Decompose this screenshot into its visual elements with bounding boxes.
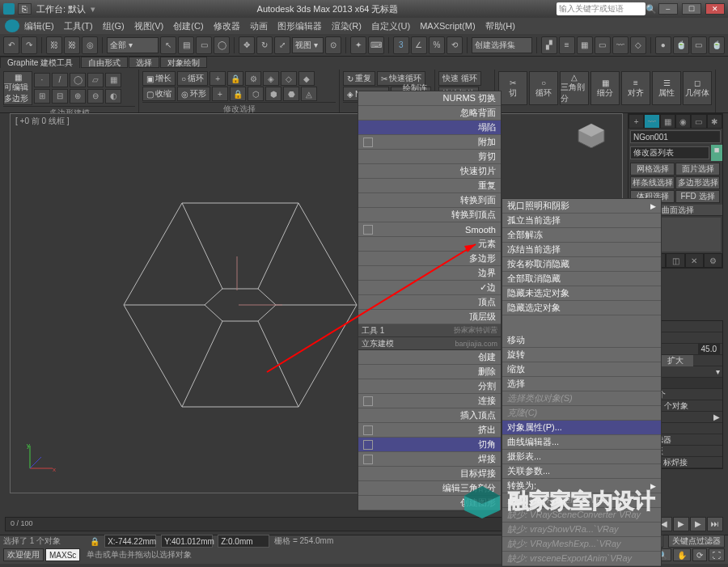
crash-handler-icon[interactable]: ⎘	[18, 3, 32, 15]
tab-graphite[interactable]: Graphite 建模工具	[0, 57, 80, 68]
play-icon[interactable]: ▶	[673, 517, 689, 531]
sub-freeze[interactable]: 冻结当前选择	[502, 243, 661, 257]
ctx-nurms[interactable]: NURMS 切换	[358, 91, 501, 106]
ctx-top[interactable]: 顶层级	[358, 310, 501, 324]
ctx-extrude[interactable]: 挤出	[358, 423, 501, 438]
ctx-chamfer[interactable]: 切角	[358, 438, 501, 452]
cp-motion-icon[interactable]: ◉	[675, 114, 691, 129]
sub-hideunsel[interactable]: 隐藏未选定对象	[502, 286, 661, 301]
sub-clone[interactable]: 克隆(C)	[502, 406, 661, 421]
layers-button[interactable]: ▦	[577, 36, 593, 54]
cut-big-button[interactable]: ✂切	[498, 71, 527, 105]
material-editor-button[interactable]: ●	[655, 36, 671, 54]
ctx-ignore-back[interactable]: 忽略背面	[358, 106, 501, 121]
sel-spline-button[interactable]: 样条线选择	[630, 176, 675, 189]
undo-button[interactable]: ↶	[3, 36, 19, 54]
link-button[interactable]: ⛓	[46, 36, 62, 54]
menu-anim[interactable]: 动画	[250, 20, 268, 32]
grow-button[interactable]: ▣ 增长	[142, 71, 176, 86]
refcoord-dropdown[interactable]: 视图 ▾	[292, 37, 324, 53]
maximize-button[interactable]: ☐	[682, 3, 701, 15]
mirror-button[interactable]: ▞	[541, 36, 557, 54]
move-button[interactable]: ✥	[239, 36, 255, 54]
sel-mesh-button[interactable]: 网格选择	[630, 163, 675, 176]
schematic-button[interactable]: ◇	[630, 36, 646, 54]
bind-button[interactable]: ◎	[82, 36, 98, 54]
sel-patch-button[interactable]: 面片选择	[675, 163, 720, 176]
angle-snap-button[interactable]: ∠	[411, 36, 427, 54]
detach-icon[interactable]: ⊖	[87, 89, 104, 104]
generate-icon[interactable]: ⊞	[34, 89, 50, 104]
sub-unhideby[interactable]: 按名称取消隐藏	[502, 257, 661, 272]
tool4-icon[interactable]: ◆	[298, 71, 315, 86]
loop-big-button[interactable]: ○循环	[529, 71, 558, 105]
sub-wireparam[interactable]: 关联参数...	[502, 464, 661, 479]
menu-tools[interactable]: 工具(T)	[64, 20, 93, 32]
sub-objprops[interactable]: 对象属性(P)...	[502, 421, 661, 435]
unlink-button[interactable]: ⛓̷	[64, 36, 80, 54]
menu-render[interactable]: 渲染(R)	[332, 20, 362, 32]
ctx-connect[interactable]: 连接	[358, 394, 501, 408]
loop-lock-icon[interactable]: 🔒	[227, 71, 243, 86]
shrink-button[interactable]: ▢ 收缩	[142, 87, 176, 101]
align-button[interactable]: ≡	[559, 36, 575, 54]
prop-big-button[interactable]: ☰属性	[652, 71, 681, 105]
ctx-create[interactable]: 创建	[358, 350, 501, 365]
fastloop2-button[interactable]: 快速 循环	[438, 71, 481, 86]
poly-icon[interactable]: ▱	[87, 73, 104, 87]
ctx-smooth[interactable]: Smooth	[358, 222, 501, 237]
redo-button[interactable]: ↷	[21, 36, 37, 54]
cp-create-icon[interactable]: +	[629, 114, 644, 129]
lr-radius-val[interactable]: 45.0	[698, 344, 720, 355]
ring-plus-icon[interactable]: +	[212, 87, 228, 101]
percent-snap-button[interactable]: %	[429, 36, 445, 54]
stack-unique-icon[interactable]: ◫	[666, 253, 684, 268]
snaps-button[interactable]: 3	[393, 36, 409, 54]
select-name-button[interactable]: ▤	[178, 36, 194, 54]
ctx-convface[interactable]: 转换到面	[358, 193, 501, 208]
ctx-convvert[interactable]: 转换到顶点	[358, 208, 501, 222]
elem-icon[interactable]: ▦	[105, 73, 121, 87]
play-next-icon[interactable]: ▶	[690, 517, 706, 531]
align-big-button[interactable]: ≡对齐	[621, 71, 650, 105]
select-filter-dropdown[interactable]: 全部 ▾	[107, 37, 159, 53]
menu-create[interactable]: 创建(C)	[173, 20, 203, 32]
collapse-icon[interactable]: ⊟	[52, 89, 68, 104]
sub-selsimilar[interactable]: 选择类似对象(S)	[502, 391, 661, 406]
menu-group[interactable]: 组(G)	[103, 20, 125, 32]
sub-move[interactable]: 移动	[502, 333, 661, 348]
sb-orbit-icon[interactable]: ⟳	[692, 548, 707, 561]
sub-select[interactable]: 选择	[502, 377, 661, 391]
sub-lighting[interactable]: 视口照明和阴影▶	[502, 199, 661, 214]
stack-remove-icon[interactable]: ✕	[685, 253, 704, 268]
ctx-border[interactable]: 边界	[358, 266, 501, 281]
sb-z[interactable]: Z:0.0mm	[218, 535, 269, 548]
toggle-icon[interactable]: ◐	[105, 89, 121, 104]
tool3-icon[interactable]: ◇	[281, 71, 297, 86]
vert-icon[interactable]: ·	[34, 73, 50, 87]
menu-graph[interactable]: 图形编辑器	[277, 20, 322, 32]
sub-scale[interactable]: 缩放	[502, 362, 661, 377]
loop-plus-icon[interactable]: +	[210, 71, 226, 86]
pivot-button[interactable]: ⊙	[325, 36, 341, 54]
ctx-insertvert[interactable]: 插入顶点	[358, 408, 501, 423]
tool-icon[interactable]: ⚙	[245, 71, 261, 86]
chevron-down-icon[interactable]: ▾	[91, 4, 99, 15]
sb-keyfilter[interactable]: 关键点过滤器	[668, 535, 725, 548]
t8-icon[interactable]: ◬	[301, 87, 317, 101]
ring-lock-icon[interactable]: 🔒	[230, 87, 246, 101]
cp-modify-icon[interactable]: 〰	[644, 114, 659, 129]
ctx-repeat[interactable]: 重复	[358, 179, 501, 193]
epoly-button[interactable]: ▦可编辑多边形	[3, 71, 32, 105]
binoculars-icon[interactable]: 🔍	[645, 4, 657, 15]
border-icon[interactable]: ◯	[70, 73, 86, 87]
sb-pan-icon[interactable]: ✋	[673, 548, 691, 561]
render-setup-button[interactable]: 🍵	[673, 36, 689, 54]
tri-big-button[interactable]: △三角剖分	[560, 71, 589, 105]
menu-custom[interactable]: 自定义(U)	[371, 20, 410, 32]
close-button[interactable]: ✕	[705, 3, 725, 15]
object-name-field[interactable]: NGon001	[630, 130, 721, 143]
sb-y[interactable]: Y:401.012mm	[161, 535, 213, 548]
t5-icon[interactable]: ⬡	[248, 87, 264, 101]
ctx-split[interactable]: 分割	[358, 379, 501, 394]
